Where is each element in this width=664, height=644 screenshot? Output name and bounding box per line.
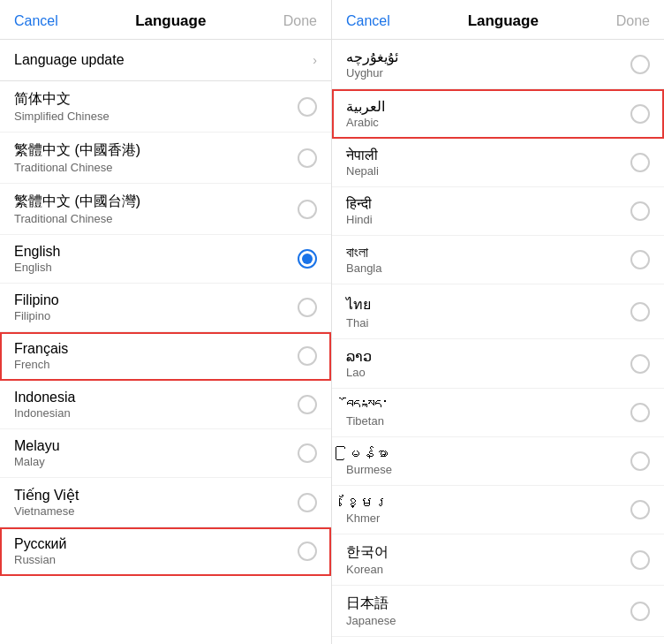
language-subname: Tibetan [346,414,389,428]
radio-button[interactable] [630,403,650,422]
left-language-item[interactable]: 繁體中文 (中國香港)Traditional Chinese [0,133,331,184]
language-subname: Burmese [346,463,392,476]
radio-button[interactable] [298,346,317,366]
language-name: Français [14,341,68,357]
language-subname: Lao [346,366,372,379]
radio-button[interactable] [630,55,650,74]
language-name: Melayu [14,438,60,454]
right-language-item[interactable]: བོད་སྐད་Tibetan [332,389,664,437]
right-done-button[interactable]: Done [616,13,650,29]
language-subname: French [14,358,68,371]
right-language-item[interactable]: 한국어Korean [332,534,664,586]
language-subname: Uyghur [346,66,398,80]
language-subname: Filipino [14,309,59,322]
language-name: नेपाली [346,148,379,163]
language-name: English [14,244,60,260]
left-language-item[interactable]: MelayuMalay [0,429,331,478]
right-language-item[interactable]: ไทยThai [332,284,664,339]
language-subname: Korean [346,563,389,576]
right-language-item[interactable]: हिन्दीHindi [332,187,664,236]
right-language-item[interactable]: 日本語Japanese [332,586,664,637]
radio-button[interactable] [298,542,317,561]
language-name: မြန်မာ [346,446,392,462]
language-name: Русский [14,536,66,552]
right-language-item[interactable]: नेपालीNepali [332,139,664,187]
left-language-item[interactable]: 简体中文Simplified Chinese [0,81,331,133]
right-header: Cancel Language Done [332,0,664,40]
language-subname: Japanese [346,614,396,627]
language-subname: Khmer [346,511,389,525]
radio-button[interactable] [630,602,650,621]
left-done-button[interactable]: Done [283,13,317,29]
left-language-list: 简体中文Simplified Chinese繁體中文 (中國香港)Traditi… [0,81,331,644]
language-subname: Vietnamese [14,504,79,518]
language-name: Indonesia [14,390,75,405]
radio-button[interactable] [630,201,650,221]
language-update-label: Language update [14,52,124,68]
right-language-item[interactable]: বাংলাBangla [332,236,664,284]
language-update-row[interactable]: Language update › [0,40,331,81]
language-name: ئۇيغۇرچە [346,49,398,65]
radio-button[interactable] [630,550,650,570]
language-subname: Hindi [346,213,373,226]
left-language-item[interactable]: 繁體中文 (中國台灣)Traditional Chinese [0,184,331,235]
language-subname: Indonesian [14,406,75,420]
right-language-item[interactable]: ລາວLao [332,339,664,389]
left-cancel-button[interactable]: Cancel [14,13,58,29]
radio-button[interactable] [298,148,317,168]
language-name: ไทย [346,293,371,315]
left-language-item[interactable]: Tiếng ViệtVietnamese [0,478,331,527]
radio-button[interactable] [630,302,650,322]
language-name: Filipino [14,292,59,308]
radio-button[interactable] [298,493,317,512]
left-language-item[interactable]: FrançaisFrench [0,332,331,381]
language-name: 日本語 [346,595,396,613]
left-language-item[interactable]: РусскийRussian [0,527,331,576]
radio-button[interactable] [630,354,650,374]
radio-button[interactable] [298,298,317,317]
language-subname: Nepali [346,164,379,178]
language-subname: Simplified Chinese [14,110,109,123]
left-panel: Cancel Language Done Language update › 简… [0,0,332,644]
left-language-item[interactable]: IndonesiaIndonesian [0,381,331,429]
right-language-item[interactable]: العربيةArabic [332,89,664,139]
left-title: Language [135,12,206,30]
radio-button[interactable] [298,200,317,219]
radio-button[interactable] [630,500,650,519]
language-name: 繁體中文 (中國香港) [14,141,140,160]
language-subname: Thai [346,316,371,330]
radio-button[interactable] [630,153,650,172]
language-subname: Russian [14,553,66,566]
right-language-list: ئۇيغۇرچەUyghurالعربيةArabicनेपालीNepaliह… [332,40,664,644]
chevron-right-icon: › [313,53,317,67]
language-subname: English [14,261,60,274]
language-name: ລາວ [346,348,372,365]
language-name: བོད་སྐད་ [346,398,389,413]
radio-button[interactable] [298,395,317,414]
language-name: العربية [346,98,385,115]
language-subname: Malay [14,455,60,468]
radio-button[interactable] [630,451,650,471]
radio-button[interactable] [298,249,317,269]
left-language-item[interactable]: EnglishEnglish [0,235,331,284]
right-language-item[interactable]: ئۇيغۇرچەUyghur [332,40,664,89]
right-language-item[interactable]: ខ្មែរKhmer [332,486,664,534]
language-name: বাংলা [346,245,381,261]
language-subname: Bangla [346,261,381,275]
language-name: 简体中文 [14,90,109,109]
language-name: 繁體中文 (中國台灣) [14,193,140,211]
language-name: ខ្មែរ [346,495,389,511]
language-name: हिन्दी [346,196,373,212]
left-header: Cancel Language Done [0,0,331,40]
right-language-item[interactable]: မြန်မာBurmese [332,437,664,486]
left-language-item[interactable]: FilipinoFilipino [0,284,331,332]
language-name: 한국어 [346,543,389,562]
radio-button[interactable] [298,97,317,117]
radio-button[interactable] [298,443,317,463]
language-subname: Arabic [346,116,385,129]
right-cancel-button[interactable]: Cancel [346,13,390,29]
language-subname: Traditional Chinese [14,212,140,225]
right-panel: Cancel Language Done ئۇيغۇرچەUyghurالعرب… [332,0,664,644]
radio-button[interactable] [630,250,650,269]
radio-button[interactable] [630,104,650,124]
